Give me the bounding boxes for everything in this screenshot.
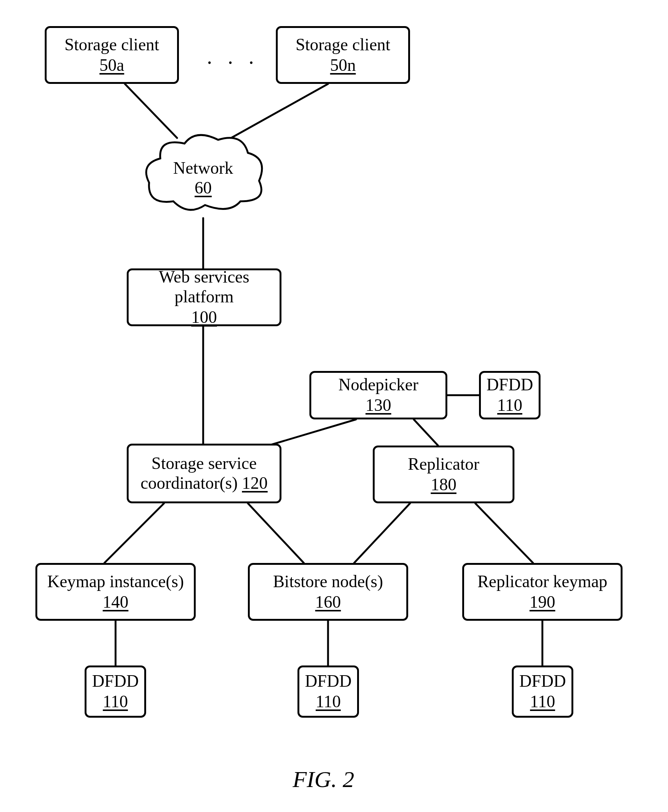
svg-line-8 [248, 503, 304, 563]
replicator-keymap: Replicator keymap 190 [462, 563, 623, 621]
label: Storage client [296, 35, 390, 55]
ref: 180 [431, 475, 457, 495]
ref: 60 [195, 178, 212, 197]
replicator: Replicator 180 [373, 446, 514, 503]
ref: 140 [103, 592, 129, 612]
ref: 190 [530, 592, 555, 612]
label: Keymap instance(s) [47, 572, 184, 591]
ref: 160 [316, 592, 341, 612]
label: DFDD [519, 672, 566, 691]
ref: 130 [366, 396, 391, 415]
label-line2: coordinator(s) 120 [140, 473, 268, 493]
nodepicker: Nodepicker 130 [309, 371, 447, 419]
ref: 100 [191, 307, 217, 327]
label: Replicator [408, 454, 479, 474]
label: DFDD [92, 672, 139, 691]
figure-caption: FIG. 2 [292, 766, 354, 793]
ref: 110 [316, 692, 341, 712]
ref: 50a [100, 55, 124, 75]
label: Network [173, 159, 233, 177]
svg-line-5 [269, 419, 356, 446]
ellipsis: . . . [207, 45, 259, 69]
dfdd-keymap: DFDD 110 [85, 665, 146, 718]
network-cloud: Network 60 [140, 127, 267, 220]
ref: 110 [103, 692, 128, 712]
dfdd-nodepicker: DFDD 110 [479, 371, 541, 419]
bitstore-nodes: Bitstore node(s) 160 [248, 563, 408, 621]
label: Replicator keymap [478, 572, 608, 591]
svg-line-9 [354, 503, 410, 563]
svg-line-7 [104, 503, 164, 563]
web-services-platform: Web services platform 100 [127, 269, 281, 326]
label-line1: Storage service [151, 454, 256, 473]
label: DFDD [305, 672, 352, 691]
keymap-instances: Keymap instance(s) 140 [35, 563, 196, 621]
storage-service-coordinator: Storage service coordinator(s) 120 [127, 444, 281, 503]
storage-client-50n: Storage client 50n [276, 26, 410, 84]
svg-line-10 [475, 503, 533, 563]
ref: 110 [530, 692, 555, 712]
ref: 110 [497, 396, 522, 415]
svg-line-6 [414, 419, 438, 446]
ref: 120 [242, 473, 268, 493]
label: Bitstore node(s) [273, 572, 383, 591]
label: Storage client [65, 35, 159, 55]
storage-client-50a: Storage client 50a [45, 26, 179, 84]
label: Web services platform [133, 267, 275, 307]
label: Nodepicker [339, 375, 419, 395]
dfdd-bitstore: DFDD 110 [297, 665, 359, 718]
label: DFDD [486, 375, 533, 395]
figure-2-diagram: Storage client 50a . . . Storage client … [0, 0, 668, 812]
ref: 50n [330, 55, 356, 75]
dfdd-repkeymap: DFDD 110 [512, 665, 573, 718]
